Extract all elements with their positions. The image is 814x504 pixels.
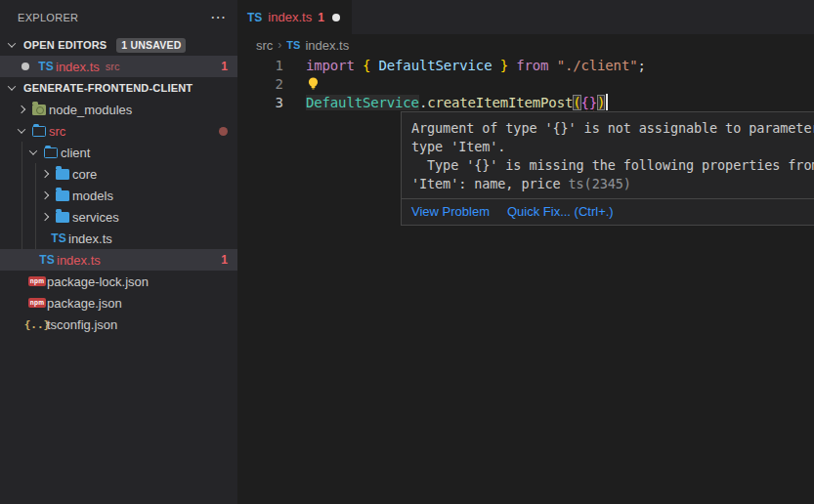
code-line-2[interactable]: 2 [237,74,814,93]
tree-item-client[interactable]: client [0,142,237,163]
view-problem-link[interactable]: View Problem [411,204,490,219]
tree-item-label: index.ts [68,231,112,246]
open-folder-icon [29,126,49,137]
typescript-file-icon: TS [36,60,56,73]
folder-icon [53,212,72,223]
chevron-down-icon[interactable] [25,149,41,155]
breadcrumb-folder[interactable]: src [256,38,273,53]
open-editor-file-detail: src [106,61,120,72]
code-token: DefaultService [306,95,419,110]
tree-item-label: node_modules [49,103,132,117]
typescript-file-icon: TS [49,231,68,245]
tree-item-client-index-ts[interactable]: TS index.ts [0,228,237,249]
file-tree: node_modules src client core [0,99,237,335]
tree-item-services[interactable]: services [0,206,237,228]
workspace-name-label: GENERATE-FRONTEND-CLIENT [23,82,193,94]
breadcrumb-separator-icon: › [278,38,281,52]
text-cursor [606,94,608,110]
code-token: createItemItemPost [427,95,573,110]
line-number: 1 [237,58,283,73]
tree-item-label: index.ts [57,253,101,268]
open-editors-header[interactable]: OPEN EDITORS 1 UNSAVED [0,34,237,56]
error-message-line: type 'Item'. [411,138,814,156]
error-hover-tooltip: Argument of type '{}' is not assignable … [401,111,814,226]
more-actions-icon[interactable]: ⋯ [210,10,226,25]
code-line-1[interactable]: 1 import { DefaultService } from "./clie… [237,56,814,74]
breadcrumb: src › TS index.ts [237,34,814,56]
breadcrumb-file[interactable]: index.ts [305,38,349,53]
typescript-file-icon: TS [247,11,262,24]
tree-item-package-json[interactable]: npm package.json [0,292,237,314]
chevron-right-icon[interactable] [37,214,53,220]
editor-group: TS index.ts 1 src › TS index.ts 1 import… [237,0,814,504]
tab-index-ts[interactable]: TS index.ts 1 [237,0,352,34]
tree-item-src[interactable]: src [0,120,237,142]
chevron-right-icon[interactable] [37,171,53,177]
error-message-line: Argument of type '{}' is not assignable … [411,119,814,138]
open-editors-label: OPEN EDITORS [23,39,107,51]
code-token: "./client" [557,58,638,73]
lightbulb-icon[interactable] [306,76,321,91]
unsaved-count-badge: 1 UNSAVED [116,38,186,53]
folder-icon [53,190,72,201]
explorer-header: EXPLORER ⋯ [0,0,237,34]
typescript-file-icon: TS [286,39,300,51]
unsaved-dot-icon[interactable] [21,63,29,70]
unsaved-dot-icon[interactable] [332,14,340,21]
code-token: DefaultService [379,58,493,73]
tree-item-label: client [61,146,90,160]
npm-file-icon: npm [27,298,47,309]
code-token: } [492,58,508,73]
workspace-section-header[interactable]: GENERATE-FRONTEND-CLIENT [0,77,237,99]
code-area[interactable]: 1 import { DefaultService } from "./clie… [237,56,814,111]
npm-file-icon: npm [27,276,47,287]
matched-bracket: ( [573,95,580,110]
line-number: 2 [237,76,283,92]
code-token: import [306,58,363,73]
error-message: Argument of type '{}' is not assignable … [402,112,814,198]
tree-item-label: core [72,167,97,182]
tree-item-models[interactable]: models [0,185,237,206]
node-modules-folder-icon [29,105,49,115]
tree-item-core[interactable]: core [0,163,237,185]
json-file-icon: {..} [27,318,47,331]
tree-item-label: package.json [47,296,122,311]
error-message-line: 'Item': name, price ts(2345) [411,175,814,193]
chevron-right-icon[interactable] [37,192,53,198]
matched-bracket: ) [597,95,605,110]
code-token: . [419,95,427,110]
line-number: 3 [237,95,283,110]
code-line-3[interactable]: 3 DefaultService.createItemItemPost({}) [237,93,814,111]
tree-item-package-lock-json[interactable]: npm package-lock.json [0,271,237,292]
open-editor-file-label: index.ts [56,60,100,74]
code-token: ; [637,58,645,73]
code-token: from [508,58,557,73]
chevron-down-icon[interactable] [4,42,20,48]
modified-dot-icon [219,127,228,136]
error-code: ts(2345) [569,176,631,191]
quick-fix-link[interactable]: Quick Fix... (Ctrl+.) [507,204,614,219]
tree-item-label: models [72,189,113,203]
tree-item-tsconfig-json[interactable]: {..} tsconfig.json [0,314,237,335]
tab-error-count: 1 [318,11,324,24]
tree-item-label: src [49,124,65,139]
error-message-line: Type '{}' is missing the following prope… [411,156,814,175]
chevron-down-icon[interactable] [4,85,20,91]
open-editor-item-index-ts[interactable]: TS index.ts src 1 [0,56,237,77]
vscode-window: EXPLORER ⋯ OPEN EDITORS 1 UNSAVED TS ind… [0,0,814,504]
tree-item-src-index-ts[interactable]: TS index.ts 1 [0,249,237,271]
tab-title: index.ts [268,10,312,24]
explorer-title: EXPLORER [18,12,210,23]
hover-action-bar: View Problem Quick Fix... (Ctrl+.) [402,198,814,225]
folder-icon [53,169,72,180]
tree-item-node-modules[interactable]: node_modules [0,99,237,120]
chevron-right-icon[interactable] [14,106,29,112]
typescript-file-icon: TS [37,253,57,267]
tree-item-label: package-lock.json [47,274,149,289]
tree-item-label: tsconfig.json [47,317,117,332]
tree-item-label: services [72,210,119,225]
code-token: { [363,58,379,73]
error-count-badge: 1 [221,253,228,267]
chevron-down-icon[interactable] [14,128,29,134]
tab-bar: TS index.ts 1 [237,0,814,34]
